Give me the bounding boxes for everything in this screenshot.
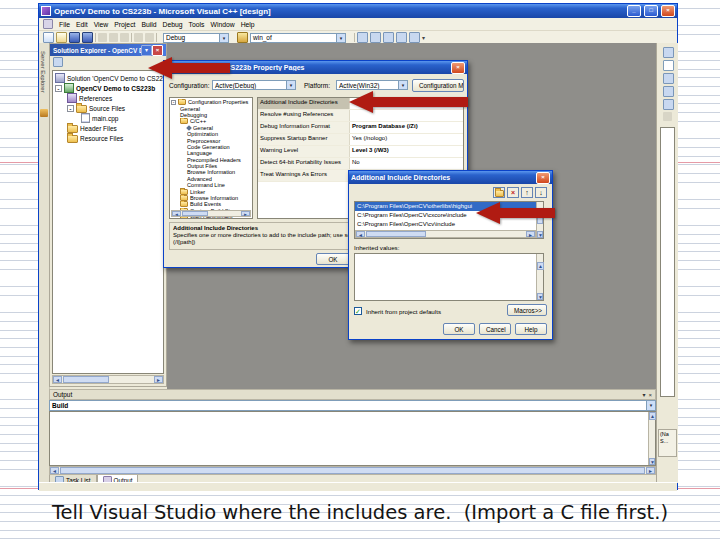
scroll-right-icon[interactable]: ► <box>646 467 655 474</box>
grid-row-detect-64bit[interactable]: Detect 64-bit Portability Issues No <box>258 158 463 170</box>
scroll-down-icon[interactable]: ▼ <box>537 231 543 238</box>
undo-icon[interactable] <box>134 33 143 42</box>
inherited-vscrollbar[interactable]: ▲ ▼ <box>536 254 543 300</box>
scroll-down-icon[interactable]: ▼ <box>537 293 543 300</box>
grid-row-debug-info-format[interactable]: Debug Information Format Program Databas… <box>258 122 463 134</box>
scrollbar-thumb[interactable] <box>63 376 109 383</box>
new-line-button[interactable] <box>493 187 505 198</box>
solution-config-combo[interactable]: Debug ▾ <box>163 33 229 43</box>
collapse-icon[interactable]: - <box>67 105 74 112</box>
scrollbar-thumb[interactable] <box>182 211 208 216</box>
camera-icon[interactable] <box>663 112 672 121</box>
delete-line-button[interactable]: × <box>507 187 519 198</box>
find-icon[interactable] <box>237 32 248 43</box>
menu-project[interactable]: Project <box>114 21 135 28</box>
add-item-icon[interactable] <box>56 32 67 43</box>
menu-build[interactable]: Build <box>141 21 156 28</box>
scroll-right-icon[interactable]: ► <box>526 231 535 237</box>
tree-item-resource-files[interactable]: Resource Files <box>55 133 163 143</box>
scroll-right-icon[interactable]: ► <box>154 376 163 383</box>
tree-item-main-cpp[interactable]: main.cpp <box>55 113 163 123</box>
server-explorer-tab[interactable]: Server Explorer <box>40 51 46 93</box>
grid-row-warning-level[interactable]: Warning Level Level 3 (/W3) <box>258 146 463 158</box>
menu-debug[interactable]: Debug <box>163 21 183 28</box>
tree-item-references[interactable]: References <box>55 93 163 103</box>
toolbar-overflow-icon[interactable]: ▾ <box>422 34 425 41</box>
object-combo-icon[interactable] <box>663 60 674 71</box>
window-titlebar[interactable]: OpenCV Demo to CS223b - Microsoft Visual… <box>39 4 677 18</box>
class-view-icon[interactable] <box>396 32 407 43</box>
menu-help[interactable]: Help <box>241 21 255 28</box>
scroll-down-icon[interactable]: ▼ <box>649 458 655 465</box>
chevron-down-icon[interactable]: ▾ <box>398 81 407 89</box>
scroll-up-icon[interactable]: ▲ <box>649 412 656 420</box>
ok-button[interactable]: OK <box>443 323 475 335</box>
object-browser-icon[interactable] <box>409 32 420 43</box>
scroll-left-icon[interactable]: ◄ <box>50 467 59 474</box>
tree-item-header-files[interactable]: Header Files <box>55 123 163 133</box>
close-button[interactable]: × <box>451 62 465 74</box>
scrollbar-thumb[interactable] <box>60 467 645 474</box>
grid-row-suppress-banner[interactable]: Suppress Startup Banner Yes (/nologo) <box>258 134 463 146</box>
properties-window-icon[interactable] <box>370 32 381 43</box>
inherited-values-box[interactable]: ▲ ▼ <box>354 253 544 301</box>
menu-window[interactable]: Window <box>210 21 234 28</box>
dialog-titlebar[interactable]: Additional Include Directories × <box>349 171 552 184</box>
sort-az-icon[interactable] <box>663 86 674 97</box>
close-icon[interactable]: × <box>648 392 652 398</box>
cut-icon[interactable] <box>98 33 107 42</box>
tree-item-source-files[interactable]: - Source Files <box>55 103 163 113</box>
toolbox-icon[interactable] <box>383 32 394 43</box>
tree-item-project[interactable]: - OpenCV Demo to CS223b <box>55 83 163 93</box>
minimize-button[interactable]: _ <box>627 5 641 17</box>
tree-item-solution[interactable]: Solution 'OpenCV Demo to CS223b' (1 p <box>55 73 163 83</box>
scroll-left-icon[interactable]: ◄ <box>172 211 181 216</box>
redo-icon[interactable] <box>145 33 154 42</box>
help-button[interactable]: Help <box>515 323 547 335</box>
platform-combo[interactable]: Active(Win32) ▾ <box>336 80 408 90</box>
scrollbar-thumb[interactable] <box>366 231 426 237</box>
paste-icon[interactable] <box>120 33 129 42</box>
toolbox-tab-icon[interactable] <box>40 109 48 117</box>
list-hscrollbar[interactable]: ◄ ► <box>355 230 536 238</box>
cancel-button[interactable]: Cancel <box>479 323 511 335</box>
scroll-left-icon[interactable]: ◄ <box>53 376 62 383</box>
output-vscrollbar[interactable]: ▲ ▼ <box>648 412 655 465</box>
scroll-up-icon[interactable]: ▲ <box>537 262 544 270</box>
move-up-button[interactable]: ↑ <box>521 187 533 198</box>
chevron-down-icon[interactable]: ▾ <box>219 34 228 42</box>
chevron-down-icon[interactable]: ▾ <box>646 401 655 410</box>
configuration-combo[interactable]: Active(Debug) ▾ <box>212 80 296 90</box>
copy-icon[interactable] <box>109 33 118 42</box>
ok-button[interactable]: OK <box>316 253 350 265</box>
inherit-checkbox[interactable]: ✓ <box>354 307 362 315</box>
output-header[interactable]: Output ▾ × <box>49 389 656 400</box>
pages-tree-hscrollbar[interactable]: ◄ ► <box>171 210 251 217</box>
output-source-combo[interactable]: Build ▾ <box>49 400 656 411</box>
scroll-right-icon[interactable]: ► <box>241 211 250 216</box>
macros-button[interactable]: Macros>> <box>507 304 547 316</box>
solution-explorer-icon[interactable] <box>357 32 368 43</box>
save-all-icon[interactable] <box>82 32 93 43</box>
tree-item-config-properties[interactable]: - Configuration Properties <box>171 99 252 105</box>
output-hscrollbar[interactable]: ◄ ► <box>49 466 656 475</box>
close-button[interactable]: × <box>536 172 550 184</box>
categorized-icon[interactable] <box>663 73 674 84</box>
output-text-area[interactable]: ▲ ▼ <box>49 411 656 466</box>
move-down-button[interactable]: ↓ <box>535 187 547 198</box>
solution-explorer-titlebar[interactable]: Solution Explorer - OpenCV Demo t... ▾ × <box>50 44 166 56</box>
chevron-down-icon[interactable]: ▾ <box>141 45 152 56</box>
properties-icon[interactable] <box>53 57 63 67</box>
collapse-icon[interactable]: - <box>55 85 62 92</box>
chevron-down-icon[interactable]: ▾ <box>336 34 345 42</box>
help-nav-icon[interactable] <box>663 47 674 58</box>
menu-file[interactable]: File <box>59 21 70 28</box>
close-button[interactable]: × <box>661 5 675 17</box>
find-combo[interactable]: win_of ▾ <box>250 33 346 43</box>
maximize-button[interactable]: □ <box>644 5 658 17</box>
menu-edit[interactable]: Edit <box>76 21 88 28</box>
mdi-child-icon[interactable] <box>43 19 53 29</box>
property-pages-icon[interactable] <box>663 99 674 110</box>
save-icon[interactable] <box>69 32 80 43</box>
menu-tools[interactable]: Tools <box>189 21 205 28</box>
